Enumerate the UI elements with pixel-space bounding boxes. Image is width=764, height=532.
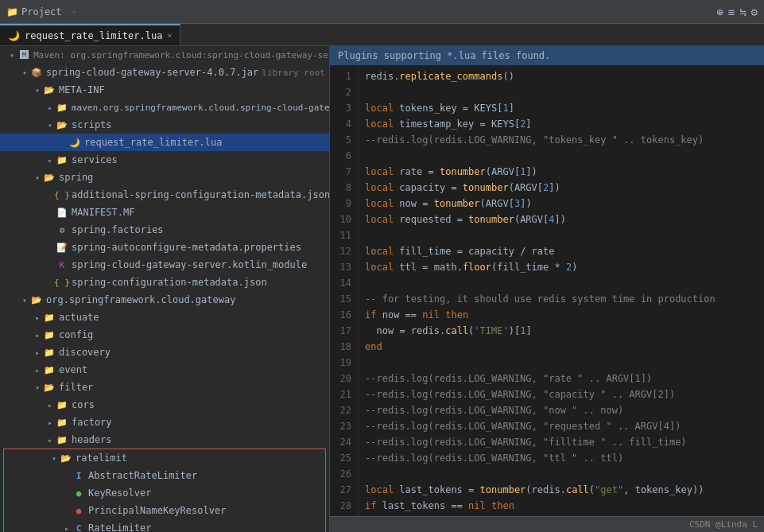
- folder-icon-headers: 📁: [56, 433, 68, 446]
- tree-item-scripts[interactable]: 📂 scripts: [0, 116, 329, 134]
- chevron-org-spring: [19, 294, 30, 305]
- tab-close-button[interactable]: ✕: [167, 31, 172, 40]
- tree-item-event[interactable]: 📁 event: [0, 361, 329, 379]
- project-icon: 📁: [6, 6, 18, 17]
- tree-item-metainf[interactable]: 📂 META-INF: [0, 81, 329, 99]
- interface-icon-key: ●: [72, 487, 85, 499]
- code-line-13: local ttl = math.floor(fill_time * 2): [365, 259, 758, 275]
- chevron-headers: [45, 434, 56, 445]
- chevron-scripts: [45, 119, 56, 130]
- folder-icon-metainf: 📂: [43, 83, 56, 96]
- list-icon[interactable]: ≡: [728, 6, 735, 18]
- chevron-jar: [19, 67, 30, 78]
- code-line-5: --redis.log(redis.LOG_WARNING, "tokens_k…: [365, 132, 758, 148]
- json-icon-spring-meta: { }: [56, 276, 68, 289]
- folder-icon-maven-sub: 📁: [56, 101, 68, 114]
- code-line-20: --redis.log(redis.LOG_WARNING, "rate " .…: [365, 371, 758, 386]
- tree-item-manifest[interactable]: 📄 MANIFEST.MF: [0, 204, 329, 221]
- tree-item-kotlin-module[interactable]: K spring-cloud-gateway-server.kotlin_mod…: [0, 256, 329, 274]
- folder-icon-ratelimit: 📂: [60, 452, 72, 464]
- right-panel: Plugins supporting *.lua files found. 12…: [330, 46, 764, 532]
- code-line-11: [365, 227, 758, 243]
- folder-icon-discovery: 📁: [43, 346, 56, 359]
- chevron-cors: [45, 399, 56, 410]
- bottom-bar: CSDN @Linda L: [330, 516, 764, 532]
- tree-item-cors[interactable]: 📁 cors: [0, 396, 329, 414]
- main-layout: 🅼 Maven: org.springframework.cloud:sprin…: [0, 46, 764, 532]
- tree-item-actuate[interactable]: 📁 actuate: [0, 309, 329, 326]
- tree-item-spring-meta-json[interactable]: { } spring-configuration-metadata.json: [0, 274, 329, 291]
- tree-item-filter[interactable]: 📂 filter: [0, 379, 329, 396]
- chevron-event: [32, 364, 43, 375]
- line-numbers: 12345 678910 1112131415 1617181920 21222…: [330, 65, 359, 516]
- code-line-19: [365, 355, 758, 371]
- code-line-27: local last_tokens = tonumber(redis.call(…: [365, 482, 758, 498]
- prop-icon-auto: 📝: [56, 241, 68, 254]
- tree-item-maven-sub[interactable]: 📁 maven.org.springframework.cloud.spring…: [0, 99, 329, 116]
- ratelimit-section: 📂 ratelimit I AbstractRateLimiter ● KeyR…: [3, 449, 326, 532]
- jar-icon: 📦: [30, 66, 43, 79]
- tree-item-services[interactable]: 📁 services: [0, 151, 329, 169]
- abstract-class-icon: I: [72, 469, 85, 482]
- folder-icon-factory: 📁: [56, 416, 68, 429]
- code-line-23: --redis.log(redis.LOG_WARNING, "requeste…: [365, 418, 758, 434]
- tree-item-rate-limiter[interactable]: C RateLimiter: [4, 519, 325, 532]
- tree-item-lua-file[interactable]: 🌙 request_rate_limiter.lua: [0, 134, 329, 151]
- chevron-actuate: [32, 312, 43, 323]
- lua-file-icon: 🌙: [8, 30, 20, 41]
- tree-item-config[interactable]: 📁 config: [0, 326, 329, 344]
- tree-item-ratelimit[interactable]: 📂 ratelimit: [4, 449, 325, 467]
- kt-icon-kotlin: K: [56, 258, 68, 271]
- tree-item-spring-factories[interactable]: ⚙ spring.factories: [0, 221, 329, 239]
- tree-item-principal-key-resolver[interactable]: ● PrincipalNameKeyResolver: [4, 502, 325, 519]
- code-line-2: [365, 84, 758, 100]
- tree-item-maven-root[interactable]: 🅼 Maven: org.springframework.cloud:sprin…: [0, 46, 329, 64]
- tab-label: request_rate_limiter.lua: [25, 30, 162, 41]
- folder-icon-services: 📁: [56, 153, 68, 166]
- project-label: 📁 Project: [6, 6, 62, 17]
- maven-icon: 🅼: [17, 49, 30, 61]
- tab-bar: 🌙 request_rate_limiter.lua ✕: [0, 24, 764, 46]
- code-content[interactable]: redis.replicate_commands() local tokens_…: [359, 65, 764, 516]
- code-line-22: --redis.log(redis.LOG_WARNING, "now " ..…: [365, 402, 758, 418]
- tab-lua[interactable]: 🌙 request_rate_limiter.lua ✕: [0, 24, 180, 45]
- title-bar: 📁 Project ▾ ⊕ ≡ ≒ ⚙: [0, 0, 764, 24]
- folder-icon-filter: 📂: [43, 381, 56, 394]
- class-icon-principal: ●: [72, 504, 85, 517]
- chevron-ratelimit: [48, 452, 60, 464]
- folder-icon-cors: 📁: [56, 398, 68, 411]
- chevron-metainf: [32, 84, 43, 95]
- chevron-maven-sub: [45, 102, 56, 113]
- tree-item-org-spring[interactable]: 📂 org.springframework.cloud.gateway: [0, 291, 329, 309]
- chevron-filter: [32, 382, 43, 393]
- code-line-10: local requested = tonumber(ARGV[4]): [365, 212, 758, 227]
- folder-icon-org-spring: 📂: [30, 293, 43, 306]
- code-line-25: --redis.log(redis.LOG_WARNING, "ttl " ..…: [365, 450, 758, 466]
- tree-item-autoconfigure[interactable]: 📝 spring-autoconfigure-metadata.properti…: [0, 239, 329, 256]
- code-line-7: local rate = tonumber(ARGV[1]): [365, 164, 758, 180]
- code-line-21: --redis.log(redis.LOG_WARNING, "capacity…: [365, 386, 758, 402]
- info-bar: Plugins supporting *.lua files found.: [330, 46, 764, 65]
- code-line-3: local tokens_key = KEYS[1]: [365, 100, 758, 116]
- folder-icon-event: 📁: [43, 363, 56, 376]
- tree-item-factory[interactable]: 📁 factory: [0, 414, 329, 431]
- tree-item-key-resolver[interactable]: ● KeyResolver: [4, 484, 325, 502]
- mf-icon-manifest: 📄: [56, 206, 68, 219]
- tree-item-discovery[interactable]: 📁 discovery: [0, 344, 329, 361]
- code-line-4: local timestamp_key = KEYS[2]: [365, 116, 758, 132]
- tree-item-spring-config-json[interactable]: { } additional-spring-configuration-meta…: [0, 186, 329, 204]
- code-line-14: [365, 275, 758, 291]
- collapse-icon[interactable]: ≒: [739, 6, 746, 18]
- tree-item-spring[interactable]: 📂 spring: [0, 169, 329, 186]
- tree-item-abstract-rate-limiter[interactable]: I AbstractRateLimiter: [4, 467, 325, 484]
- tree-item-jar[interactable]: 📦 spring-cloud-gateway-server-4.0.7.jar …: [0, 64, 329, 81]
- folder-icon-actuate: 📁: [43, 311, 56, 324]
- tree-item-headers[interactable]: 📁 headers: [0, 431, 329, 449]
- code-line-17: now = redis.call('TIME')[1]: [365, 323, 758, 339]
- settings-icon[interactable]: ⚙: [751, 6, 758, 18]
- bottom-credit: CSDN @Linda L: [689, 519, 758, 530]
- add-icon[interactable]: ⊕: [716, 6, 723, 18]
- code-editor[interactable]: 12345 678910 1112131415 1617181920 21222…: [330, 65, 764, 516]
- title-bar-left: 📁 Project ▾: [6, 6, 716, 17]
- code-line-18: end: [365, 339, 758, 355]
